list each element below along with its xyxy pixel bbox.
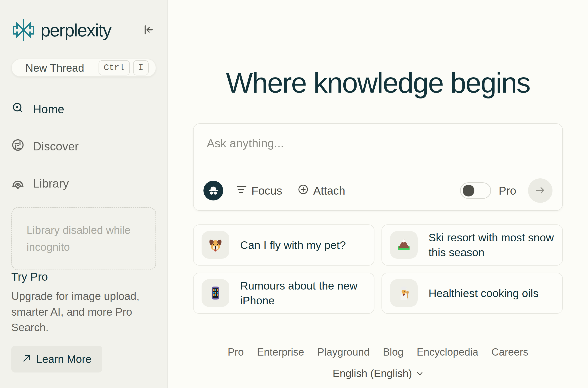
footer-link-playground[interactable]: Playground xyxy=(317,346,370,358)
suggestion-card-ski[interactable]: Ski resort with most snow this season xyxy=(382,224,563,266)
footer-link-blog[interactable]: Blog xyxy=(383,346,404,358)
footer-link-enterprise[interactable]: Enterprise xyxy=(257,346,304,358)
dog-face-emoji-icon xyxy=(202,231,229,259)
suggestion-card-oils[interactable]: Healthiest cooking oils xyxy=(382,273,563,314)
mobile-phone-emoji-icon xyxy=(202,279,229,307)
learn-more-button[interactable]: Learn More xyxy=(11,346,102,372)
brand-wordmark: perplexity xyxy=(40,20,111,40)
suggestion-label: Rumours about the new iPhone xyxy=(240,278,366,308)
new-thread-label: New Thread xyxy=(26,62,84,74)
footer-link-careers[interactable]: Careers xyxy=(491,346,528,358)
try-pro-title: Try Pro xyxy=(11,270,156,283)
perplexity-home-page: perplexity New Thread Ctrl I xyxy=(0,0,588,388)
discover-icon xyxy=(11,138,25,154)
suggestion-card-iphone[interactable]: Rumours about the new iPhone xyxy=(193,273,374,314)
search-controls: Focus Attach Pro xyxy=(204,178,553,203)
suggestion-label: Ski resort with most snow this season xyxy=(429,230,554,260)
snow-capped-mountain-emoji-icon xyxy=(390,231,418,259)
sidebar-item-label: Library xyxy=(33,177,69,190)
footer: Pro Enterprise Playground Blog Encyclope… xyxy=(228,346,528,380)
logo-row: perplexity xyxy=(11,18,156,42)
footer-links: Pro Enterprise Playground Blog Encyclope… xyxy=(228,346,528,358)
focus-filter-icon xyxy=(236,184,247,197)
shortcut-badges: Ctrl I xyxy=(99,60,149,75)
sidebar: perplexity New Thread Ctrl I xyxy=(0,0,168,388)
sidebar-item-label: Discover xyxy=(33,140,78,153)
perplexity-logo[interactable]: perplexity xyxy=(11,18,111,42)
suggestion-label: Can I fly with my pet? xyxy=(240,238,346,252)
collapse-sidebar-button[interactable] xyxy=(140,22,156,39)
search-box: Focus Attach Pro xyxy=(193,123,563,211)
attach-button[interactable]: Attach xyxy=(298,184,345,197)
library-disabled-notice: Library disabled while incognito xyxy=(11,207,156,270)
attach-plus-icon xyxy=(298,184,308,197)
try-pro-section: Try Pro Upgrade for image upload, smarte… xyxy=(11,270,156,372)
search-input[interactable] xyxy=(207,137,549,150)
sidebar-item-discover[interactable]: Discover xyxy=(11,138,156,154)
pro-toggle[interactable] xyxy=(460,182,491,199)
suggestion-card-pet[interactable]: Can I fly with my pet? xyxy=(193,224,374,266)
focus-label: Focus xyxy=(252,184,282,197)
footer-link-pro[interactable]: Pro xyxy=(228,346,244,358)
north-east-arrow-icon xyxy=(22,353,31,365)
sidebar-item-home[interactable]: Home xyxy=(11,101,156,117)
perplexity-logo-icon xyxy=(11,18,36,42)
home-icon xyxy=(11,101,25,117)
shortcut-key-i: I xyxy=(133,60,149,75)
sidebar-nav: Home Discover xyxy=(11,101,156,192)
sidebar-item-label: Home xyxy=(33,102,64,116)
try-pro-description: Upgrade for image upload, smarter AI, an… xyxy=(11,288,143,335)
new-thread-button[interactable]: New Thread Ctrl I xyxy=(11,59,156,77)
arrow-right-icon xyxy=(534,185,546,197)
incognito-avatar-button[interactable] xyxy=(204,181,223,200)
shortcut-key-ctrl: Ctrl xyxy=(99,60,130,75)
focus-button[interactable]: Focus xyxy=(236,184,282,197)
cook-emoji-icon xyxy=(390,279,418,307)
language-selector[interactable]: English (English) xyxy=(332,367,423,380)
library-icon xyxy=(11,175,25,192)
library-disabled-text: Library disabled while incognito xyxy=(26,224,130,253)
chevron-down-icon xyxy=(416,367,423,380)
incognito-icon xyxy=(207,184,219,197)
main-content: Where knowledge begins xyxy=(168,0,588,388)
learn-more-label: Learn More xyxy=(36,353,92,365)
language-label: English (English) xyxy=(332,367,412,380)
collapse-sidebar-icon xyxy=(142,33,154,37)
page-title: Where knowledge begins xyxy=(226,69,530,97)
footer-link-encyclopedia[interactable]: Encyclopedia xyxy=(417,346,478,358)
submit-button[interactable] xyxy=(528,178,553,203)
suggestion-label: Healthiest cooking oils xyxy=(429,286,539,301)
pro-toggle-label: Pro xyxy=(499,184,516,197)
attach-label: Attach xyxy=(313,184,345,197)
pro-toggle-knob xyxy=(463,185,474,196)
suggestion-cards: Can I fly with my pet? Ski resort with m… xyxy=(193,224,563,314)
sidebar-item-library[interactable]: Library xyxy=(11,175,156,192)
